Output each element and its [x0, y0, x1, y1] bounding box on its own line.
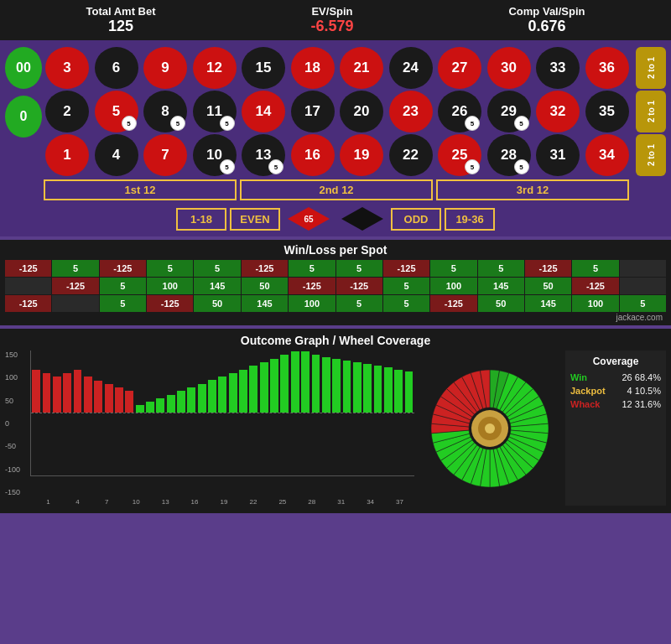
number-6[interactable]: 6 [95, 47, 138, 89]
number-9[interactable]: 9 [143, 47, 187, 89]
bar-fill-35 [394, 370, 403, 413]
bar-fill-15 [187, 387, 195, 413]
coverage-win-label: Win [570, 372, 587, 382]
bar-21 [248, 351, 258, 475]
chip-26: 5 [465, 116, 480, 131]
wl-cell-2-5: 145 [242, 295, 288, 312]
wl-cell-2-10: 50 [478, 295, 524, 312]
bar-11 [145, 351, 155, 475]
total-amt-value: 125 [86, 18, 155, 35]
wl-cell-1-7: -125 [336, 278, 382, 294]
dozen-2nd[interactable]: 2nd 12 [240, 179, 433, 200]
x-label-28: 28 [297, 498, 326, 506]
side-bet-mid[interactable]: 2 to 1 [636, 91, 666, 132]
number-2[interactable]: 2 [45, 91, 89, 132]
number-31[interactable]: 31 [536, 134, 580, 176]
number-35[interactable]: 35 [585, 91, 629, 132]
y-label-neg100: -100 [5, 465, 27, 474]
number-22[interactable]: 22 [389, 134, 433, 176]
number-36[interactable]: 36 [585, 47, 629, 89]
black-diamond[interactable] [337, 205, 388, 233]
bar-23 [269, 351, 279, 475]
number-17[interactable]: 17 [291, 91, 335, 132]
number-18[interactable]: 18 [291, 47, 335, 89]
bars-area [30, 351, 414, 476]
dozen-1st[interactable]: 1st 12 [44, 179, 237, 200]
wl-cell-1-1: -125 [52, 278, 98, 294]
x-label-31: 31 [326, 498, 356, 506]
number-19[interactable]: 19 [340, 134, 383, 176]
wl-cell-1-0 [5, 278, 51, 294]
bar-28 [321, 351, 331, 475]
wl-section: Win/Loss per Spot -1255-12555-12555-1255… [0, 240, 671, 325]
bar-fill-0 [32, 370, 40, 413]
coverage-win-count: 26 68.4% [622, 372, 661, 382]
number-3[interactable]: 3 [45, 47, 89, 89]
y-axis: 150 100 50 0 -50 -100 -150 [5, 351, 30, 496]
number-25[interactable]: 255 [438, 134, 481, 176]
number-4[interactable]: 4 [95, 134, 138, 176]
bet-19-36[interactable]: 19-36 [445, 208, 495, 231]
bar-24 [279, 351, 289, 475]
number-26[interactable]: 265 [438, 91, 481, 132]
number-11[interactable]: 115 [193, 91, 237, 132]
wl-cell-1-13 [620, 278, 666, 294]
wl-cell-2-0: -125 [5, 295, 51, 312]
number-21[interactable]: 21 [340, 47, 383, 89]
number-30[interactable]: 30 [487, 47, 531, 89]
number-20[interactable]: 20 [340, 91, 383, 132]
chip-25: 5 [465, 159, 480, 174]
bar-31 [352, 351, 362, 475]
wl-cell-0-5: -125 [242, 260, 288, 277]
number-16[interactable]: 16 [291, 134, 335, 176]
bar-fill-24 [280, 355, 289, 413]
bet-odd[interactable]: ODD [391, 208, 441, 231]
dozens-row: 1st 12 2nd 12 3rd 12 [5, 179, 666, 200]
bar-29 [331, 351, 341, 475]
number-34[interactable]: 34 [585, 134, 629, 176]
number-7[interactable]: 7 [143, 134, 187, 176]
bar-fill-9 [125, 391, 133, 413]
chip-13: 5 [268, 159, 283, 174]
number-12[interactable]: 12 [193, 47, 237, 89]
bar-fill-22 [260, 362, 268, 413]
coverage-jackpot-row: Jackpot 4 10.5% [570, 386, 661, 396]
double-zero[interactable]: 00 [5, 47, 42, 89]
number-29[interactable]: 295 [487, 91, 531, 132]
red-diamond[interactable]: 65 [283, 205, 334, 233]
wl-cell-0-6: 5 [289, 260, 335, 277]
number-33[interactable]: 33 [536, 47, 580, 89]
number-1[interactable]: 1 [45, 134, 89, 176]
number-13[interactable]: 135 [242, 134, 285, 176]
number-8[interactable]: 85 [143, 91, 187, 132]
number-10[interactable]: 105 [193, 134, 237, 176]
coverage-whack-row: Whack 12 31.6% [570, 399, 661, 409]
dozen-3rd[interactable]: 3rd 12 [436, 179, 629, 200]
bar-fill-33 [374, 366, 382, 413]
bar-33 [372, 351, 382, 475]
chip-8: 5 [170, 116, 185, 131]
number-14[interactable]: 14 [242, 91, 285, 132]
number-15[interactable]: 15 [242, 47, 285, 89]
number-5[interactable]: 55 [95, 91, 138, 132]
bar-6 [93, 351, 103, 475]
single-zero[interactable]: 0 [5, 96, 42, 138]
side-bet-top[interactable]: 2 to 1 [636, 47, 666, 89]
bet-even[interactable]: EVEN [230, 208, 280, 231]
wl-cell-0-8: -125 [383, 260, 429, 277]
bar-fill-23 [270, 359, 278, 413]
number-24[interactable]: 24 [389, 47, 433, 89]
number-23[interactable]: 23 [389, 91, 433, 132]
side-bet-bot[interactable]: 2 to 1 [636, 134, 666, 176]
bar-fill-12 [156, 398, 164, 413]
bet-1-18[interactable]: 1-18 [176, 208, 226, 231]
bar-4 [72, 351, 82, 475]
bar-fill-16 [198, 384, 206, 413]
wl-row-1: -125510014550-125-125510014550-125 [5, 278, 666, 294]
number-32[interactable]: 32 [536, 91, 580, 132]
wheel-svg [427, 366, 553, 491]
bar-32 [362, 351, 372, 475]
bar-fill-6 [94, 381, 102, 413]
number-28[interactable]: 285 [487, 134, 531, 176]
number-27[interactable]: 27 [438, 47, 481, 89]
